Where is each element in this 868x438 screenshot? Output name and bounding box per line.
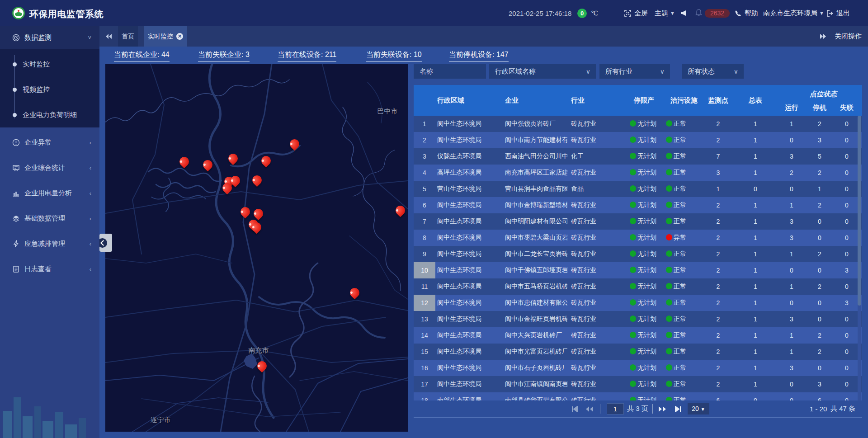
tab-home[interactable]: 首页: [118, 26, 138, 47]
table-row[interactable]: 13阆中生态环境局阆中市金福旺页岩机砖砖瓦行业无计划正常21300: [414, 311, 862, 327]
cell-region: 阆中生态环境局: [435, 331, 504, 339]
sidebar-item-video-monitor[interactable]: 视频监控: [0, 77, 99, 102]
row-index: 7: [414, 213, 435, 230]
row-index: 5: [414, 181, 435, 197]
table-row[interactable]: 6阆中生态环境局阆中市金博瑞新型墙材砖瓦行业无计划正常21120: [414, 197, 862, 213]
sidebar-item-realtime-monitor[interactable]: 实时监控: [0, 52, 99, 77]
tab-live-monitor[interactable]: 实时监控✕: [144, 26, 187, 47]
last-page-button[interactable]: [675, 400, 682, 417]
org-dropdown[interactable]: 南充市生态环境局▼: [763, 0, 824, 26]
close-icon[interactable]: ✕: [176, 33, 183, 40]
theme-dropdown[interactable]: 主题▼: [655, 0, 675, 26]
cell-industry: 砖瓦行业: [570, 380, 623, 388]
table-header: 行政区域 企业 行业 停限产 治污设施 监测点 总表 点位状态 运行 停机 失联: [414, 85, 862, 116]
cell-running: 3: [775, 153, 808, 160]
sidebar-item-emergency[interactable]: 应急减排管理‹: [0, 231, 99, 256]
table-row[interactable]: 17阆中生态环境局阆中市江南镇阆南页岩砖瓦行业无计划正常21030: [414, 376, 862, 392]
table-row[interactable]: 8阆中生态环境局阆中市枣碧大梁山页岩砖瓦行业无计划异常21300: [414, 230, 862, 246]
cell-stopped: 3: [808, 137, 831, 144]
cell-region: 阆中生态环境局: [435, 250, 504, 258]
next-page-button[interactable]: [658, 400, 666, 417]
cell-total-meters: 1: [736, 283, 775, 290]
cell-running: 0: [775, 381, 808, 388]
notifications[interactable]: 2632: [695, 0, 730, 26]
industry-filter-select[interactable]: 所有行业∨: [599, 64, 670, 79]
sidebar-item-power-load-detail[interactable]: 企业电力负荷明细: [0, 102, 99, 127]
cell-industry: 砖瓦行业: [570, 169, 623, 177]
table-row[interactable]: 7阆中生态环境局阆中明阳建材有限公司砖瓦行业无计划正常21300: [414, 213, 862, 230]
cell-total-meters: 1: [736, 202, 775, 209]
cell-monitor-points: 2: [701, 381, 736, 388]
first-page-button[interactable]: [571, 400, 578, 417]
sidebar-item-company-stats[interactable]: 企业综合统计‹: [0, 155, 99, 180]
region-filter-select[interactable]: 行政区域名称∨: [489, 64, 596, 79]
cell-industry: 砖瓦行业: [570, 217, 623, 226]
cell-running: 3: [775, 234, 808, 241]
cell-monitor-points: 7: [701, 153, 736, 160]
sidebar-item-base-data[interactable]: 基础数据管理‹: [0, 206, 99, 231]
cell-industry: 砖瓦行业: [570, 250, 623, 258]
cell-facility-status: 正常: [662, 266, 701, 274]
cell-facility-status: 正常: [662, 283, 701, 291]
mute-icon[interactable]: [680, 0, 686, 26]
sidebar-item-logs[interactable]: 日志查看‹: [0, 256, 99, 282]
table-scrollbar[interactable]: [858, 116, 861, 400]
cell-region: 阆中生态环境局: [435, 234, 504, 242]
table-row[interactable]: 11阆中生态环境局阆中市五马桥页岩机砖砖瓦行业无计划正常21120: [414, 278, 862, 295]
table-row[interactable]: 1阆中生态环境局阆中强锐页岩砖厂砖瓦行业无计划正常21120: [414, 116, 862, 132]
table-row[interactable]: 12阆中生态环境局阆中市忠信建材有限公砖瓦行业无计划正常21003: [414, 295, 862, 311]
map[interactable]: 巴中市南充市遂宁市: [105, 64, 408, 432]
close-operations-button[interactable]: 关闭操作: [835, 26, 862, 47]
prev-page-button[interactable]: [585, 400, 594, 417]
cell-region: 阆中生态环境局: [435, 201, 504, 209]
cell-stopped: 2: [808, 169, 831, 176]
cell-monitor-points: 2: [701, 332, 736, 339]
cell-company: 阆中市忠信建材有限公: [504, 299, 567, 307]
table-row[interactable]: 4高坪生态环境局南充市高坪区王家店建砖瓦行业无计划正常31220: [414, 165, 862, 181]
row-index: 12: [414, 295, 435, 311]
page-number-input[interactable]: 1: [607, 403, 624, 414]
cell-monitor-points: 2: [701, 234, 736, 241]
cell-industry: 食品: [570, 185, 623, 193]
app-title: 环保用电监管系统: [29, 8, 104, 20]
cell-industry: 砖瓦行业: [570, 136, 623, 144]
tabs-scroll-left-icon[interactable]: [105, 26, 113, 47]
help-button[interactable]: 帮助: [735, 0, 758, 26]
cell-stop-status: 无计划: [623, 283, 662, 291]
cell-facility-status: 正常: [662, 396, 701, 400]
map-collapse-button[interactable]: [99, 234, 112, 252]
logout-button[interactable]: 退出: [826, 0, 850, 26]
table-row[interactable]: 10阆中生态环境局阆中千佛镇五郎垭页岩砖瓦行业无计划正常21003: [414, 262, 862, 278]
cell-company: 阆中市二龙长宝页岩砖: [504, 250, 567, 258]
cell-stopped: 2: [808, 250, 831, 258]
table-row[interactable]: 9阆中生态环境局阆中市二龙长宝页岩砖砖瓦行业无计划正常21120: [414, 246, 862, 262]
chevron-left-icon: ‹: [90, 139, 91, 146]
cell-stopped: 3: [808, 381, 831, 388]
cell-stop-status: 无计划: [623, 315, 662, 323]
table-row[interactable]: 14阆中生态环境局阆中大兴页岩机砖厂砖瓦行业无计划正常21120: [414, 327, 862, 344]
fullscreen-button[interactable]: 全屏: [624, 0, 648, 26]
cell-total-meters: 1: [736, 267, 775, 274]
sidebar-item-data-monitor[interactable]: 数据监测 ˅: [0, 26, 99, 49]
cell-facility-status: 正常: [662, 348, 701, 356]
sidebar-item-power-analysis[interactable]: 企业用电量分析‹: [0, 180, 99, 206]
chevron-left-icon: ‹: [90, 266, 91, 273]
table-row[interactable]: 5营山生态环境局营山县润丰肉食品有限食品无计划正常10010: [414, 181, 862, 197]
name-filter-input[interactable]: [414, 64, 486, 79]
table-row[interactable]: 16阆中生态环境局阆中市石子页岩机砖厂砖瓦行业无计划正常21300: [414, 360, 862, 376]
cell-total-meters: 1: [736, 169, 775, 176]
cell-running: 1: [775, 283, 808, 290]
table-row[interactable]: 18南部生态环境局南部县砖华页岩有限公砖瓦行业无计划正常60060: [414, 392, 862, 400]
sidebar-item-company-abnormal[interactable]: 企业异常‹: [0, 130, 99, 155]
table-row[interactable]: 3仪陇生态环境局西南油气田分公司川中化工无计划正常71350: [414, 148, 862, 165]
cell-total-meters: 1: [736, 364, 775, 372]
status-filter-select[interactable]: 所有状态∨: [682, 64, 744, 79]
cell-stop-status: 无计划: [623, 169, 662, 177]
name-filter-field[interactable]: [420, 67, 478, 75]
cell-running: 3: [775, 364, 808, 372]
table-row[interactable]: 2阆中生态环境局阆中市南方节能建材有砖瓦行业无计划正常21030: [414, 132, 862, 148]
tabs-scroll-right-icon[interactable]: [819, 26, 827, 47]
cell-monitor-points: 2: [701, 283, 736, 290]
page-size-select[interactable]: 20 ▼: [688, 403, 709, 414]
table-row[interactable]: 15阆中生态环境局阆中市光富页岩机砖厂砖瓦行业无计划正常21120: [414, 344, 862, 360]
